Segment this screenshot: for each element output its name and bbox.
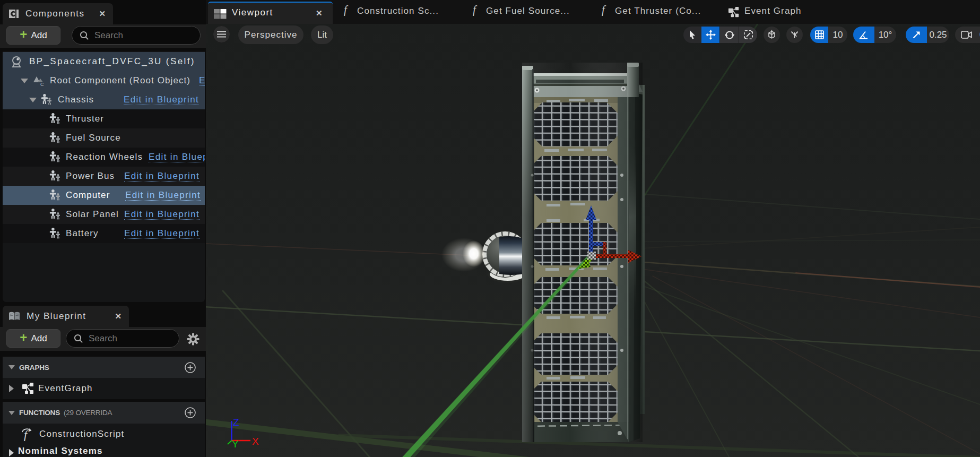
svg-text:C: C [40, 82, 45, 87]
svg-text:Y: Y [232, 438, 239, 450]
svg-text:Z: Z [233, 417, 239, 428]
svg-text:X: X [252, 436, 259, 447]
